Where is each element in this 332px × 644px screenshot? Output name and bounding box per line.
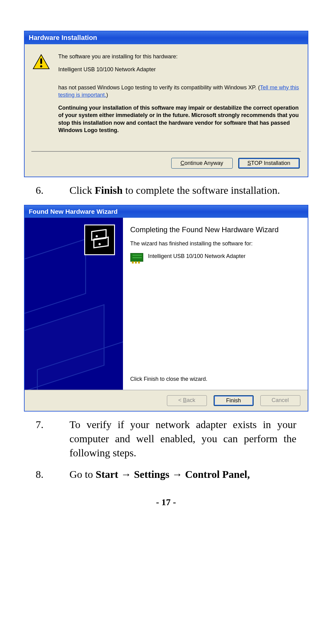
instruction-step-7: 7. To verify if your network adapter exi… <box>36 418 296 460</box>
close-hint-text: Click Finish to close the wizard. <box>130 376 300 382</box>
hardware-installation-dialog: Hardware Installation The software you a… <box>24 31 308 177</box>
step-text: To verify if your network adapter exists… <box>69 418 296 460</box>
warning-text: Continuing your installation of this sof… <box>58 104 299 134</box>
stop-installation-button[interactable]: STOP Installation <box>238 158 300 169</box>
continue-anyway-button[interactable]: Continue Anyway <box>171 158 233 169</box>
svg-point-6 <box>98 243 101 245</box>
svg-rect-1 <box>40 58 42 64</box>
step-text: Go to Start → Settings → Control Panel, <box>69 467 296 482</box>
network-adapter-icon <box>130 253 143 262</box>
hardware-icon <box>84 224 115 255</box>
device-name: Intelligent USB 10/100 Network Adapter <box>148 253 246 260</box>
instruction-step-8: 8. Go to Start → Settings → Control Pane… <box>36 467 296 482</box>
wizard-sidebar-graphic <box>25 218 123 390</box>
wizard-heading: Completing the Found New Hardware Wizard <box>130 225 300 234</box>
install-intro-text: The software you are installing for this… <box>58 53 299 60</box>
dialog-title: Found New Hardware Wizard <box>25 205 308 218</box>
step-text: Click Finish to complete the software in… <box>69 183 296 197</box>
cancel-button: Cancel <box>260 395 300 406</box>
svg-point-5 <box>96 235 98 237</box>
wizard-subtext: The wizard has finished installing the s… <box>130 240 300 247</box>
warning-icon <box>33 54 50 69</box>
dialog-title: Hardware Installation <box>25 31 308 44</box>
step-number: 8. <box>36 467 69 482</box>
finish-button[interactable]: Finish <box>214 395 254 406</box>
back-button: < Back <box>167 395 207 406</box>
page-number: - 17 - <box>18 497 314 507</box>
step-number: 6. <box>36 183 69 197</box>
found-new-hardware-wizard-dialog: Found New Hardware Wizard Completing the… <box>24 205 308 412</box>
step-number: 7. <box>36 418 69 460</box>
compat-text: has not passed Windows Logo testing to v… <box>58 84 299 99</box>
svg-point-2 <box>40 65 42 68</box>
instruction-step-6: 6. Click Finish to complete the software… <box>36 183 296 197</box>
device-name: Intelligent USB 10/100 Network Adapter <box>58 66 299 73</box>
